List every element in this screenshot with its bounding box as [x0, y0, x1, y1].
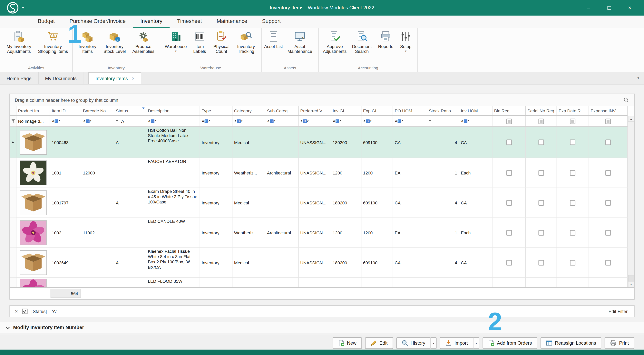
close-tab-icon[interactable]: ×: [132, 76, 134, 81]
filter-type-icon[interactable]: aBc: [52, 119, 60, 123]
scroll-down-icon[interactable]: ▼: [628, 281, 634, 287]
produce-assemblies-button[interactable]: Produce Assemblies: [129, 29, 158, 55]
filter-equals-icon[interactable]: =: [429, 119, 431, 124]
reports-button[interactable]: Reports: [375, 29, 396, 50]
column-header-description[interactable]: Description: [146, 106, 200, 115]
serial_no_req-checkbox[interactable]: [538, 170, 544, 175]
filter-checkbox[interactable]: [570, 118, 576, 124]
column-header-barcode[interactable]: Barcode No: [81, 106, 114, 115]
column-header-preferred[interactable]: Preferred V...: [299, 106, 331, 115]
minimize-button[interactable]: –: [578, 4, 599, 11]
expense_inv-checkbox[interactable]: [606, 140, 611, 145]
table-row[interactable]: 100112000FAUCET AERATORInventoryWeatheri…: [10, 158, 628, 188]
auto-filter-row[interactable]: No image d...aBcaBc=AaBcaBcaBcaBcaBcaBca…: [10, 116, 628, 127]
tab-list-caret-icon[interactable]: ▾: [637, 76, 644, 80]
filter-type-icon[interactable]: aBc: [461, 119, 470, 123]
filter-type-icon[interactable]: aBc: [333, 119, 342, 123]
table-row-partial[interactable]: LED FLOOD 85W: [10, 278, 628, 287]
filter-type-icon[interactable]: aBc: [83, 119, 92, 123]
filter-type-icon[interactable]: aBc: [395, 119, 403, 123]
column-header-exp_date_req[interactable]: Exp Date R...: [557, 106, 589, 115]
ribbon-tab-support[interactable]: Support: [254, 18, 288, 28]
tab-home-page[interactable]: Home Page: [0, 72, 38, 84]
exp_date_req-checkbox[interactable]: [570, 260, 576, 265]
column-header-stock_ratio[interactable]: Stock Ratio: [427, 106, 459, 115]
column-header-category[interactable]: Category: [232, 106, 265, 115]
warehouse-button[interactable]: Warehouse ▾: [162, 29, 189, 54]
my-inventory-adjustments-button[interactable]: My Inventory Adjustments: [2, 29, 36, 55]
table-row[interactable]: ▶1000468AHSI Cotton Ball Non Sterile Med…: [10, 127, 628, 158]
serial_no_req-checkbox[interactable]: [538, 140, 544, 145]
search-icon[interactable]: [624, 97, 629, 103]
table-row[interactable]: 1001797AExam Drape Sheet 40 in x 48 in W…: [10, 188, 628, 218]
inventory-shopping-items-button[interactable]: Inventory Shopping Items: [36, 29, 70, 55]
serial_no_req-checkbox[interactable]: [538, 260, 544, 265]
serial_no_req-checkbox[interactable]: [538, 200, 544, 205]
exp_date_req-checkbox[interactable]: [570, 230, 576, 235]
column-header-status[interactable]: Status: [114, 106, 146, 115]
serial_no_req-checkbox[interactable]: [538, 230, 544, 235]
physical-count-button[interactable]: Physical Count: [210, 29, 233, 55]
column-header-subcategory[interactable]: Sub-Categ...: [265, 106, 299, 115]
clear-filter-icon[interactable]: ×: [15, 308, 18, 314]
filter-type-icon[interactable]: aBc: [148, 119, 156, 123]
print-button[interactable]: Print: [605, 337, 634, 349]
ribbon-tab-budget[interactable]: Budget: [30, 18, 62, 28]
filter-checkbox[interactable]: [606, 118, 611, 124]
column-header-item_id[interactable]: Item ID: [50, 106, 81, 115]
filter-checkbox[interactable]: [506, 118, 512, 124]
history-button[interactable]: History: [396, 337, 430, 349]
exp_date_req-checkbox[interactable]: [570, 200, 576, 205]
filter-enabled-checkbox[interactable]: [22, 309, 27, 314]
column-header-serial_no_req[interactable]: Serial No Req: [526, 106, 557, 115]
modify-inventory-item-number-section[interactable]: Modify Inventory Item Number: [0, 322, 644, 333]
filter-type-icon[interactable]: aBc: [267, 119, 276, 123]
tab-inventory-items[interactable]: Inventory Items ×: [88, 72, 141, 84]
bin_req-checkbox[interactable]: [506, 200, 512, 205]
history-dropdown-caret[interactable]: ▼: [430, 337, 437, 349]
tab-my-documents[interactable]: My Documents: [38, 72, 84, 84]
new-button[interactable]: New: [332, 337, 362, 349]
filter-type-icon[interactable]: aBc: [364, 119, 372, 123]
expense_inv-checkbox[interactable]: [606, 230, 611, 235]
edit-button[interactable]: Edit: [365, 337, 393, 349]
bin_req-checkbox[interactable]: [506, 260, 512, 265]
filter-checkbox[interactable]: [538, 118, 544, 124]
column-header-inv_gl[interactable]: Inv GL: [331, 106, 362, 115]
inventory-stock-level-button[interactable]: i Inventory Stock Level: [100, 29, 129, 55]
column-header-exp_gl[interactable]: Exp GL: [362, 106, 393, 115]
import-dropdown-caret[interactable]: ▼: [473, 337, 479, 349]
expense_inv-checkbox[interactable]: [606, 200, 611, 205]
approve-adjustments-button[interactable]: Approve Adjustments: [321, 29, 349, 55]
filter-type-icon[interactable]: aBc: [301, 119, 309, 123]
reassign-locations-button[interactable]: Reassign Locations: [540, 337, 602, 349]
ribbon-tab-timesheet[interactable]: Timesheet: [170, 18, 209, 28]
scroll-thumb[interactable]: [628, 275, 634, 281]
ribbon-tab-inventory[interactable]: Inventory: [133, 18, 170, 28]
filter-expression[interactable]: [Status] = 'A': [32, 309, 57, 314]
close-button[interactable]: ×: [619, 4, 640, 11]
column-header-inv_uom[interactable]: Inv UOM: [459, 106, 492, 115]
asset-maintenance-button[interactable]: Asset Maintenance: [284, 29, 316, 55]
item-labels-button[interactable]: Item Labels: [189, 29, 210, 55]
ribbon-tab-maintenance[interactable]: Maintenance: [209, 18, 254, 28]
column-header-image[interactable]: Product Im...: [16, 106, 50, 115]
column-header-po_uom[interactable]: PO UOM: [393, 106, 427, 115]
column-header-type[interactable]: Type: [200, 106, 233, 115]
table-row[interactable]: 100211002LED CANDLE 40WInventoryWeatheri…: [10, 218, 628, 248]
document-search-button[interactable]: Document Search: [349, 29, 375, 55]
bin_req-checkbox[interactable]: [506, 170, 512, 175]
column-filter-icon[interactable]: [142, 107, 145, 109]
table-row[interactable]: 1002649AKleenex Facial Tissue White 8.4 …: [10, 248, 628, 278]
expense_inv-checkbox[interactable]: [606, 170, 611, 175]
asset-list-button[interactable]: Asset List: [264, 29, 284, 50]
filter-type-icon[interactable]: aBc: [234, 119, 243, 123]
inventory-tracking-button[interactable]: Inventory Tracking: [233, 29, 259, 55]
bin_req-checkbox[interactable]: [506, 140, 512, 145]
filter-type-icon[interactable]: aBc: [202, 119, 210, 123]
edit-filter-button[interactable]: Edit Filter: [608, 309, 629, 314]
setup-button[interactable]: Setup ▾: [396, 29, 415, 54]
bin_req-checkbox[interactable]: [506, 230, 512, 235]
group-by-panel[interactable]: Drag a column header here to group by th…: [10, 94, 634, 106]
vertical-scrollbar[interactable]: ▲ ▼: [628, 116, 634, 287]
